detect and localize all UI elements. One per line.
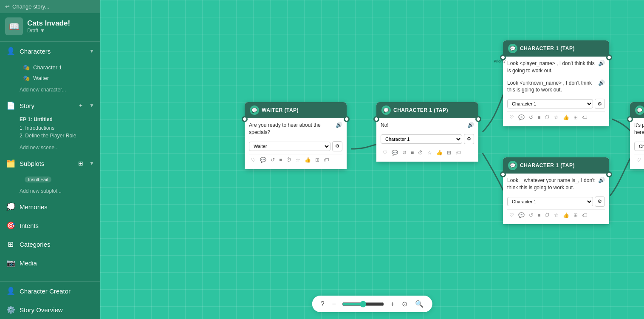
char1-mid-stop-btn[interactable]: ■ [410,149,415,157]
char1-tr-star-btn[interactable]: ☆ [553,114,560,121]
char1-tr-connector-right [606,54,612,60]
subplots-icon: 🗂️ [6,159,15,168]
character-creator-label: Character Creator [20,288,94,295]
story-title: Cats Invade! [27,19,70,28]
waiter-star-btn[interactable]: ☆ [294,156,302,164]
char1-mid-grid-btn[interactable]: ⊞ [446,149,452,157]
waiter-refresh-btn[interactable]: ↺ [269,156,276,164]
char1-mid-tag-btn[interactable]: 🏷 [454,149,462,157]
char1-tr-char-select[interactable]: Character 1 [507,99,593,108]
char1-br-connector-left [500,171,506,177]
char1-mid-refresh-btn[interactable]: ↺ [401,149,408,157]
chevron-down-subplots: ▼ [89,160,94,166]
char1-tr-refresh-btn[interactable]: ↺ [528,114,534,121]
waiter-stop-btn[interactable]: ■ [278,156,283,164]
char1-mid-text-row: No! 🔊 [381,122,474,131]
waiter-tag-btn[interactable]: 🏷 [322,156,330,164]
char1-tr-thumb-btn[interactable]: 👍 [562,114,571,121]
add-subplot-link[interactable]: Add new subplot... [0,186,100,197]
zoom-in-btn[interactable]: + [389,299,396,309]
char1-mid-settings-btn[interactable]: ⚙ [464,134,474,144]
subplot-badge[interactable]: Insult Fail [25,177,51,182]
char1-tr-actions: ♡ 💬 ↺ ■ ⏱ ☆ 👍 ⊞ 🏷 [507,111,605,123]
add-character-link[interactable]: Add new character... [0,85,100,96]
media-nav[interactable]: 📷 Media [0,253,100,272]
char1-mid-thumb-btn[interactable]: 👍 [435,149,444,157]
char1-mid-clock-btn[interactable]: ⏱ [417,149,424,157]
char1-br-stop-btn[interactable]: ■ [536,211,542,219]
char1-br-heart-btn[interactable]: ♡ [508,211,515,219]
flow-canvas[interactable]: 💬 WAITER (TAP) Are you ready to hear abo… [100,0,644,319]
char1-mid-bubble-btn[interactable]: 💬 [390,149,399,157]
waiter-bubble-btn[interactable]: 💬 [259,156,268,164]
sidebar-bottom: 👤 Character Creator ⚙️ Story Overview [0,281,100,319]
char1-tr-settings-btn[interactable]: ⚙ [595,99,605,109]
zoom-out-btn[interactable]: − [330,299,338,309]
char1-br-thumb-btn[interactable]: 👍 [562,211,571,219]
back-icon: ↩ [5,3,10,10]
char1-mid-star-btn[interactable]: ☆ [426,149,433,157]
char1-br-char-select[interactable]: Character 1 [507,197,593,206]
char1-br-clock-btn[interactable]: ⏱ [543,211,551,219]
change-story-btn[interactable]: ↩ Change story... [0,0,100,13]
character1-item[interactable]: 🎭 Character 1 [20,62,100,73]
characters-nav[interactable]: 👤 Characters ▼ [0,42,100,60]
char1-tr-tag-btn[interactable]: 🏷 [581,114,588,121]
waiter-grid-btn[interactable]: ⊞ [314,156,321,164]
char1-mid-char-select[interactable]: Character 1 [381,134,462,144]
char1-br-tag-btn[interactable]: 🏷 [581,211,588,219]
intents-nav[interactable]: 🎯 Intents [0,216,100,235]
char1-mid-sound-btn[interactable]: 🔊 [467,122,474,128]
characters-label: Characters [20,48,85,55]
story-label: Story [20,102,75,109]
char1-tr-sound-btn1[interactable]: 🔊 [598,60,605,66]
char1-mid-header-label: CHARACTER 1 (TAP) [393,107,448,113]
story-nav[interactable]: 📄 Story + ▼ [0,96,100,115]
subplot1-item[interactable]: Insult Fail [20,174,100,185]
char1-mid-heart-btn[interactable]: ♡ [381,149,389,157]
waiter-thumb-btn[interactable]: 👍 [303,156,312,164]
char1-br-refresh-btn[interactable]: ↺ [528,211,534,219]
char1-mid-body: No! 🔊 Character 1 ⚙ ♡ 💬 ↺ ■ ⏱ ☆ 👍 ⊞ 🏷 [376,118,478,162]
bubble-icon: 💬 [508,161,517,170]
waiter-char-select[interactable]: Waiter [249,142,330,151]
memories-nav[interactable]: 💭 Memories [0,197,100,216]
character-creator-nav[interactable]: 👤 Character Creator [0,282,100,300]
add-story-icon[interactable]: + [79,102,82,109]
char1-fr-connector-left [627,116,633,122]
search-btn[interactable]: 🔍 [413,299,425,309]
char1-br-bubble-btn[interactable]: 💬 [517,211,526,219]
char1-tr-clock-btn[interactable]: ⏱ [543,114,551,121]
waiter-text: Are you ready to hear about the specials… [249,122,334,136]
char1-fr-heart-btn[interactable]: ♡ [635,156,642,164]
char1-br-star-btn[interactable]: ☆ [553,211,560,219]
zoom-slider[interactable] [342,301,384,308]
fit-btn[interactable]: ⊙ [400,299,409,309]
subplots-options-icon[interactable]: ⊞ [78,160,83,167]
waiter-settings-btn[interactable]: ⚙ [332,141,342,151]
chevron-down-icon: ▼ [89,48,94,54]
char1-tr-bubble-btn[interactable]: 💬 [517,114,526,121]
subplots-nav[interactable]: 🗂️ Subplots ⊞ ▼ [0,154,100,173]
waiter-heart-btn[interactable]: ♡ [250,156,257,164]
categories-nav[interactable]: ⊞ Categories [0,235,100,253]
help-btn[interactable]: ? [319,299,326,309]
char1-tr-stop-btn[interactable]: ■ [536,114,542,121]
story-status[interactable]: Draft ▼ [27,28,70,34]
memories-label: Memories [20,203,94,211]
char1-fr-char-select[interactable]: Character 1 [634,142,644,151]
scene2-item[interactable]: 2. Define the Player Role [20,132,94,140]
story-overview-nav[interactable]: ⚙️ Story Overview [0,300,100,319]
char1-br-sound-btn[interactable]: 🔊 [598,177,605,183]
char1-br-settings-btn[interactable]: ⚙ [595,197,605,207]
waiter-item[interactable]: 🎭 Waiter [20,73,100,83]
char1-tr-heart-btn[interactable]: ♡ [508,114,515,121]
char1-tr-sound-btn2[interactable]: 🔊 [598,80,605,86]
waiter-sound-btn[interactable]: 🔊 [336,122,342,128]
add-scene-link[interactable]: Add new scene... [0,143,100,154]
scene1-item[interactable]: 1. Introductions [20,124,94,132]
char1-tr-grid-btn[interactable]: ⊞ [572,114,579,121]
char1-fr-text-row: It's probably best we leave things here.… [634,122,644,139]
waiter-clock-btn[interactable]: ⏱ [285,156,293,164]
char1-br-grid-btn[interactable]: ⊞ [572,211,579,219]
